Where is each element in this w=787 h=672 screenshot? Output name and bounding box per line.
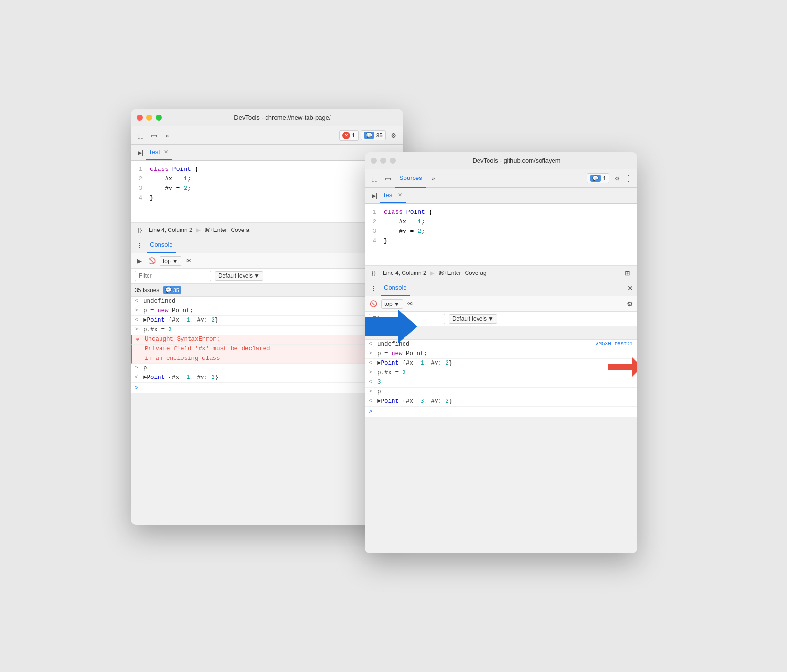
right-console-line-3: > p.#x = 3	[365, 368, 637, 378]
right-top-button[interactable]: top ▼	[381, 299, 403, 309]
console-line-4: > p	[131, 364, 403, 373]
more-icon[interactable]: »	[161, 130, 173, 141]
right-chat-count: 1	[603, 175, 606, 182]
right-minimize-button[interactable]	[380, 158, 386, 164]
left-top-button[interactable]: top ▼	[160, 256, 181, 266]
left-window-title: DevTools - chrome://new-tab-page/	[168, 114, 397, 121]
right-status-bar: {} Line 4, Column 2 ▶ ⌘+Enter Coverag ⊞	[365, 266, 637, 280]
left-title-bar: DevTools - chrome://new-tab-page/	[131, 109, 403, 126]
right-console-input-line[interactable]: >	[365, 407, 637, 417]
red-arrow-annotation	[604, 355, 637, 381]
device-icon[interactable]: ▭	[148, 130, 160, 141]
sources-tab[interactable]: Sources	[395, 169, 426, 188]
right-line-col: Line 4, Column 2	[383, 270, 426, 276]
line-num-4: 4	[131, 193, 146, 203]
right-close-button[interactable]	[371, 158, 377, 164]
line-content-3: #y = 2;	[146, 184, 191, 193]
chat-badge[interactable]: 💬 35	[361, 130, 386, 140]
right-device-icon[interactable]: ▭	[382, 173, 394, 184]
dots-icon[interactable]: ⋮	[135, 241, 144, 250]
right-window-controls	[371, 158, 396, 164]
chat-count: 35	[376, 132, 383, 139]
right-gear-icon[interactable]: ⚙	[627, 300, 633, 308]
settings-icon[interactable]: ⚙	[388, 130, 399, 141]
right-window-title: DevTools - github.com/sofiayem	[402, 157, 631, 164]
right-more-dots[interactable]: ⋮	[625, 173, 633, 184]
left-issues-badge[interactable]: 💬 35	[163, 286, 181, 294]
code-line-3: 3 #y = 2;	[131, 184, 403, 193]
left-default-levels[interactable]: Default levels ▼	[215, 271, 263, 281]
maximize-button[interactable]	[156, 115, 162, 121]
right-sep1: ▶	[430, 270, 435, 276]
right-test-tab-label: test	[384, 191, 394, 199]
format-btn[interactable]: {}	[135, 225, 145, 235]
left-console-title-tab[interactable]: Console	[147, 237, 176, 253]
right-console-line-1: > p = new Point;	[365, 349, 637, 359]
right-dots-icon[interactable]: ⋮	[369, 284, 378, 293]
left-eye-icon[interactable]: 👁	[184, 256, 194, 266]
console-line-error-2: Private field '#x' must be declared	[131, 345, 403, 354]
right-test-tab-close[interactable]: ✕	[398, 192, 402, 198]
svg-marker-1	[608, 357, 637, 377]
minimize-button[interactable]	[146, 115, 152, 121]
line-num-3: 3	[131, 184, 146, 193]
left-status-bar: {} Line 4, Column 2 ▶ ⌘+Enter Covera	[131, 223, 403, 237]
left-line-col: Line 4, Column 2	[149, 227, 192, 233]
svg-marker-0	[365, 310, 417, 343]
left-devtools-window: DevTools - chrome://new-tab-page/ ⬚ ▭ » …	[131, 109, 403, 525]
right-maximize-button[interactable]	[390, 158, 396, 164]
left-panel-toggle-icon[interactable]: ▶|	[135, 147, 146, 158]
console-line-1: > p = new Point;	[131, 306, 403, 316]
left-devtools-toolbar: ⬚ ▭ » ✕ 1 💬 35 ⚙	[131, 126, 403, 145]
left-block-icon[interactable]: 🚫	[147, 256, 157, 266]
left-filter-input[interactable]	[135, 271, 211, 281]
error-badge[interactable]: ✕ 1	[339, 130, 359, 141]
right-default-levels[interactable]: Default levels ▼	[449, 314, 497, 324]
left-issues-count: 35	[173, 287, 179, 293]
right-console-title-tab[interactable]: Console	[381, 280, 410, 296]
right-format-btn[interactable]: {}	[369, 268, 379, 278]
cursor-icon[interactable]: ⬚	[135, 130, 146, 141]
left-code-area: 1 class Point { 2 #x = 1; 3 #y = 2; 4 }	[131, 161, 403, 223]
right-settings-icon[interactable]: ⚙	[611, 173, 623, 184]
code-line-2: 2 #x = 1;	[131, 174, 403, 184]
console-line-2: < ►Point {#x: 1, #y: 2}	[131, 316, 403, 326]
arrow-svg	[365, 310, 417, 343]
line-num-2: 2	[131, 174, 146, 184]
console-line-5: < ►Point {#x: 1, #y: 2}	[131, 373, 403, 383]
right-console-close[interactable]: ✕	[627, 284, 633, 292]
right-block-icon[interactable]: 🚫	[369, 299, 378, 309]
right-run-shortcut: ⌘+Enter	[438, 270, 461, 276]
right-devtools-window: DevTools - github.com/sofiayem ⬚ ▭ Sourc…	[365, 152, 637, 553]
right-line-num-4: 4	[365, 236, 380, 246]
right-more-icon[interactable]: »	[428, 173, 439, 184]
left-console-input-line[interactable]: >	[131, 383, 403, 393]
right-code-area: 1 class Point { 2 #x = 1; 3 #y = 2; 4 }	[365, 204, 637, 266]
left-play-icon[interactable]: ▶	[135, 256, 144, 266]
right-line-num-1: 1	[365, 208, 380, 217]
right-eye-icon[interactable]: 👁	[406, 299, 415, 309]
right-console-header: ⋮ Console ✕	[365, 280, 637, 296]
right-console-title: Console	[384, 284, 407, 291]
right-vm580-link[interactable]: VM580 test:1	[596, 341, 633, 346]
sources-tab-label: Sources	[399, 174, 422, 181]
right-test-tab[interactable]: test ✕	[380, 188, 406, 203]
left-console-header: ⋮ Console	[131, 237, 403, 253]
run-shortcut: ⌘+Enter	[204, 227, 227, 233]
right-title-bar: DevTools - github.com/sofiayem	[365, 152, 637, 169]
test-tab[interactable]: test ✕	[146, 145, 172, 160]
right-cursor-icon[interactable]: ⬚	[369, 173, 380, 184]
line-content-4: }	[146, 193, 154, 203]
right-console-line-6: < ►Point {#x: 3, #y: 2}	[365, 397, 637, 407]
code-line-1: 1 class Point {	[131, 165, 403, 174]
test-tab-close[interactable]: ✕	[164, 149, 168, 155]
right-chat-icon: 💬	[590, 175, 601, 182]
right-line-content-1: class Point {	[380, 208, 432, 217]
close-button[interactable]	[137, 115, 143, 121]
right-coverage-label: Coverag	[465, 270, 486, 276]
right-expand-icon[interactable]: ⊞	[622, 267, 633, 279]
console-line-error-3: in an enclosing class	[131, 354, 403, 364]
right-panel-toggle-icon[interactable]: ▶|	[369, 190, 380, 201]
window-controls	[137, 115, 162, 121]
right-chat-badge[interactable]: 💬 1	[587, 173, 609, 183]
